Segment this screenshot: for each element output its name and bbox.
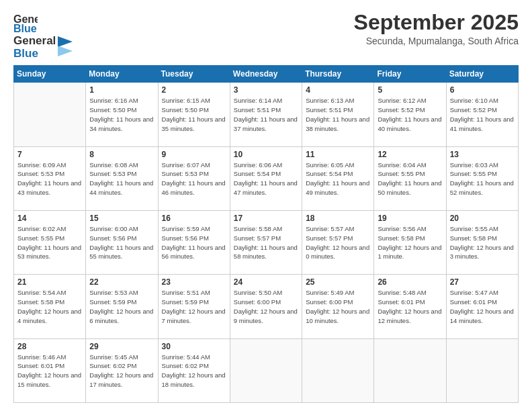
day-info: Sunrise: 5:49 AMSunset: 6:00 PMDaylight:… [306,288,370,325]
day-info: Sunrise: 5:55 AMSunset: 5:58 PMDaylight:… [450,224,515,261]
day-info: Sunrise: 5:51 AMSunset: 5:59 PMDaylight:… [162,288,226,325]
table-row: 8Sunrise: 6:08 AMSunset: 5:53 PMDaylight… [86,146,158,210]
page: General Blue General Blue September 2025… [0,0,532,411]
day-number: 11 [306,150,370,159]
day-info: Sunrise: 5:48 AMSunset: 6:01 PMDaylight:… [378,288,442,325]
svg-text:Blue: Blue [13,23,37,34]
calendar-week-row: 28Sunrise: 5:46 AMSunset: 6:01 PMDayligh… [14,338,519,402]
title-block: September 2025 Secunda, Mpumalanga, Sout… [354,11,519,46]
day-info: Sunrise: 6:10 AMSunset: 5:52 PMDaylight:… [450,96,515,133]
day-info: Sunrise: 6:06 AMSunset: 5:54 PMDaylight:… [234,161,298,197]
table-row: 30Sunrise: 5:44 AMSunset: 6:02 PMDayligh… [158,338,230,402]
day-number: 7 [17,150,82,159]
table-row: 2Sunrise: 6:15 AMSunset: 5:50 PMDaylight… [158,83,230,146]
col-friday: Friday [374,66,446,83]
day-number: 1 [89,85,154,95]
day-number: 30 [162,342,226,351]
col-sunday: Sunday [14,66,86,83]
day-info: Sunrise: 6:12 AMSunset: 5:52 PMDaylight:… [378,96,442,133]
day-number: 15 [89,214,154,223]
calendar-week-row: 21Sunrise: 5:54 AMSunset: 5:58 PMDayligh… [14,275,519,338]
day-number: 25 [306,277,370,287]
calendar-week-row: 1Sunrise: 6:16 AMSunset: 5:50 PMDaylight… [14,83,519,146]
svg-marker-3 [58,46,73,56]
table-row: 7Sunrise: 6:09 AMSunset: 5:53 PMDaylight… [14,146,86,210]
calendar-week-row: 7Sunrise: 6:09 AMSunset: 5:53 PMDaylight… [14,146,519,210]
day-number: 13 [450,150,515,159]
day-number: 18 [306,214,370,223]
day-number: 27 [450,277,515,287]
table-row: 26Sunrise: 5:48 AMSunset: 6:01 PMDayligh… [374,275,446,338]
day-info: Sunrise: 5:46 AMSunset: 6:01 PMDaylight:… [17,353,82,390]
table-row: 17Sunrise: 5:58 AMSunset: 5:57 PMDayligh… [230,211,302,275]
day-info: Sunrise: 6:09 AMSunset: 5:53 PMDaylight:… [17,161,82,197]
table-row: 18Sunrise: 5:57 AMSunset: 5:57 PMDayligh… [302,211,374,275]
logo-flag-icon [58,36,73,56]
col-saturday: Saturday [446,66,518,83]
day-number: 14 [17,214,82,223]
header: General Blue General Blue September 2025… [13,11,519,60]
day-info: Sunrise: 5:45 AMSunset: 6:02 PMDaylight:… [89,353,154,390]
table-row [446,338,518,402]
day-number: 5 [378,85,442,95]
day-info: Sunrise: 5:50 AMSunset: 6:00 PMDaylight:… [234,288,298,325]
day-info: Sunrise: 6:00 AMSunset: 5:56 PMDaylight:… [89,224,154,261]
day-number: 21 [17,277,82,287]
table-row: 12Sunrise: 6:04 AMSunset: 5:55 PMDayligh… [374,146,446,210]
table-row: 13Sunrise: 6:03 AMSunset: 5:55 PMDayligh… [446,146,518,210]
location-subtitle: Secunda, Mpumalanga, South Africa [354,36,519,46]
day-info: Sunrise: 5:56 AMSunset: 5:58 PMDaylight:… [378,224,442,261]
day-number: 26 [378,277,442,287]
day-info: Sunrise: 6:04 AMSunset: 5:55 PMDaylight:… [378,161,442,197]
calendar-header-row: Sunday Monday Tuesday Wednesday Thursday… [14,66,519,83]
table-row: 9Sunrise: 6:07 AMSunset: 5:53 PMDaylight… [158,146,230,210]
table-row: 1Sunrise: 6:16 AMSunset: 5:50 PMDaylight… [86,83,158,146]
day-number: 24 [234,277,298,287]
day-info: Sunrise: 6:07 AMSunset: 5:53 PMDaylight:… [162,161,226,197]
day-number: 4 [306,85,370,95]
table-row [374,338,446,402]
day-number: 10 [234,150,298,159]
day-info: Sunrise: 5:53 AMSunset: 5:59 PMDaylight:… [89,288,154,325]
day-info: Sunrise: 6:05 AMSunset: 5:54 PMDaylight:… [306,161,370,197]
day-number: 2 [162,85,226,95]
table-row: 23Sunrise: 5:51 AMSunset: 5:59 PMDayligh… [158,275,230,338]
day-info: Sunrise: 5:58 AMSunset: 5:57 PMDaylight:… [234,224,298,261]
day-number: 9 [162,150,226,159]
day-info: Sunrise: 5:47 AMSunset: 6:01 PMDaylight:… [450,288,515,325]
table-row: 5Sunrise: 6:12 AMSunset: 5:52 PMDaylight… [374,83,446,146]
day-number: 6 [450,85,515,95]
table-row [14,83,86,146]
day-number: 17 [234,214,298,223]
table-row: 19Sunrise: 5:56 AMSunset: 5:58 PMDayligh… [374,211,446,275]
day-info: Sunrise: 6:02 AMSunset: 5:55 PMDaylight:… [17,224,82,261]
day-info: Sunrise: 6:03 AMSunset: 5:55 PMDaylight:… [450,161,515,197]
day-number: 28 [17,342,82,351]
day-number: 19 [378,214,442,223]
day-number: 29 [89,342,154,351]
day-info: Sunrise: 5:54 AMSunset: 5:58 PMDaylight:… [17,288,82,325]
day-number: 12 [378,150,442,159]
day-info: Sunrise: 6:08 AMSunset: 5:53 PMDaylight:… [89,161,154,197]
table-row: 14Sunrise: 6:02 AMSunset: 5:55 PMDayligh… [14,211,86,275]
table-row: 4Sunrise: 6:13 AMSunset: 5:51 PMDaylight… [302,83,374,146]
day-number: 8 [89,150,154,159]
table-row [302,338,374,402]
col-wednesday: Wednesday [230,66,302,83]
day-info: Sunrise: 5:44 AMSunset: 6:02 PMDaylight:… [162,353,226,390]
table-row: 15Sunrise: 6:00 AMSunset: 5:56 PMDayligh… [86,211,158,275]
day-info: Sunrise: 5:59 AMSunset: 5:56 PMDaylight:… [162,224,226,261]
table-row: 3Sunrise: 6:14 AMSunset: 5:51 PMDaylight… [230,83,302,146]
table-row: 6Sunrise: 6:10 AMSunset: 5:52 PMDaylight… [446,83,518,146]
day-number: 20 [450,214,515,223]
day-info: Sunrise: 6:15 AMSunset: 5:50 PMDaylight:… [162,96,226,133]
logo-icon: General Blue [13,11,38,35]
day-info: Sunrise: 5:57 AMSunset: 5:57 PMDaylight:… [306,224,370,261]
table-row: 27Sunrise: 5:47 AMSunset: 6:01 PMDayligh… [446,275,518,338]
logo-blue: Blue [13,48,56,60]
col-thursday: Thursday [302,66,374,83]
svg-marker-2 [58,36,73,47]
table-row: 21Sunrise: 5:54 AMSunset: 5:58 PMDayligh… [14,275,86,338]
day-number: 16 [162,214,226,223]
logo: General Blue General Blue [13,11,73,60]
